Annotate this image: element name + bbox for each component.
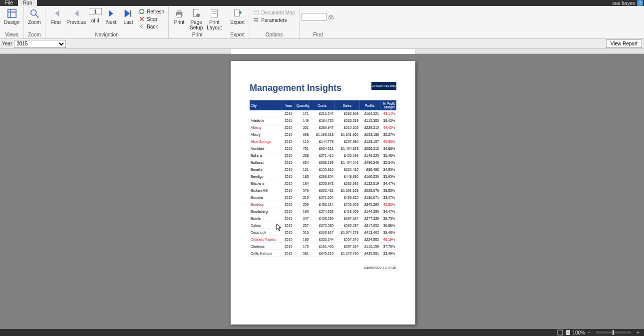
th-sales[interactable]: Sales <box>334 100 359 110</box>
stop-label: Stop <box>147 16 157 22</box>
cell-profits: £425,581 <box>359 250 380 257</box>
zoom-out-button[interactable]: − <box>586 330 592 336</box>
table-row[interactable]: Benalla2015121£155,916£236,410£80,49334.… <box>250 166 396 173</box>
print-button[interactable]: Print <box>171 7 188 31</box>
parameters-button[interactable]: Parameters <box>251 16 297 23</box>
table-row[interactable]: Albury2015698£1,198,618£1,851,806£653,18… <box>250 131 396 138</box>
page-of-label: of 4 <box>91 18 100 23</box>
th-margin[interactable]: % Profit Margin <box>380 100 396 110</box>
stop-button[interactable]: Stop <box>137 15 166 22</box>
cell-qty: 180 <box>295 173 310 180</box>
last-page-button[interactable]: Last <box>120 7 137 26</box>
binoculars-icon[interactable] <box>327 13 334 20</box>
table-row[interactable]: Charters Towers2015190£333,344£557,346£2… <box>250 236 396 243</box>
page-setup-label: Page Setup <box>190 19 203 30</box>
cell-margin: 34.47% <box>380 208 396 215</box>
cell-sales: £1,434,323 <box>334 145 359 152</box>
table-row[interactable]: Clarence2015170£191,465£307,624£116,1593… <box>250 243 396 250</box>
table-row[interactable]: Burnie2015347£420,296£697,624£277,32939.… <box>250 215 396 222</box>
cell-city: Cessnock <box>250 229 282 236</box>
refresh-button[interactable]: Refresh <box>137 8 166 15</box>
current-user: sue bayes <box>612 0 637 6</box>
title-bar: File Run sue bayes ? <box>0 0 644 6</box>
cell-margin: 43.14% <box>380 110 396 117</box>
table-row[interactable]: Bunbury2015259£408,214£753,609£345,39545… <box>250 201 396 208</box>
next-page-button[interactable]: Next <box>103 7 120 26</box>
table-row[interactable]: Ballarat2015238£271,415£420,639£149,2253… <box>250 152 396 159</box>
table-row[interactable]: Bendigo2015180£288,854£448,880£160,02635… <box>250 173 396 180</box>
back-button[interactable]: Back <box>137 23 166 30</box>
report-canvas[interactable]: ENTERPRISE DNA Management Insights City … <box>0 54 644 329</box>
table-row[interactable]: Coffs Harbour2015581£845,215£1,270,796£4… <box>250 250 396 257</box>
design-button[interactable]: Design <box>2 7 21 26</box>
table-row[interactable]: Broken Hill2015579£862,431£1,391,108£528… <box>250 187 396 194</box>
table-row[interactable]: Albany2015251£286,947£516,262£229,31544.… <box>250 124 396 131</box>
export-button[interactable]: Export <box>228 7 247 31</box>
previous-page-button[interactable]: Previous <box>64 7 88 26</box>
help-icon[interactable]: ? <box>637 0 643 6</box>
print-layout-button[interactable]: Print Layout <box>205 7 224 31</box>
table-row[interactable]: Adelaide2015149£184,735£300,039£115,3053… <box>250 117 396 124</box>
cell-sales: £267,886 <box>334 138 359 145</box>
cell-city: Broken Hill <box>250 187 282 194</box>
param-year-select[interactable]: 2015 <box>14 40 66 48</box>
table-row[interactable]: Brisbane2015184£250,973£382,992£132,0193… <box>250 180 396 187</box>
first-page-button[interactable]: First <box>47 7 64 26</box>
table-row[interactable]: Broome2015210£271,654£408,325£136,67133.… <box>250 194 396 201</box>
page-current-input[interactable] <box>89 8 102 15</box>
table-row[interactable]: Armidale2015701£934,013£1,434,323£500,31… <box>250 145 396 152</box>
find-box <box>302 7 334 21</box>
cell-profits: £80,493 <box>359 166 380 173</box>
cell-year: 2015 <box>282 236 295 243</box>
cell-costs: £271,415 <box>310 152 334 159</box>
table-row[interactable]: Cairns2015257£372,585£590,237£217,65236.… <box>250 222 396 229</box>
cell-profits: £149,225 <box>359 152 380 159</box>
zoom-slider[interactable] <box>596 332 631 334</box>
zoom-label: Zoom <box>28 19 41 25</box>
cell-sales: £408,325 <box>334 194 359 201</box>
page-view-icon[interactable] <box>565 330 571 336</box>
cell-profits: £115,305 <box>359 117 380 124</box>
th-quantity[interactable]: Quantity <box>295 100 310 110</box>
cell-qty: 516 <box>295 229 310 236</box>
parameters-label: Parameters <box>261 17 287 23</box>
find-input[interactable] <box>302 13 326 21</box>
page-setup-button[interactable]: Page Setup <box>188 7 205 31</box>
cell-margin: 37.76% <box>380 243 396 250</box>
table-row[interactable]: Cessnock2015516£660,917£1,074,379£413,46… <box>250 229 396 236</box>
cell-profits: £224,002 <box>359 236 380 243</box>
cell-year: 2015 <box>282 145 295 152</box>
th-costs[interactable]: Costs <box>310 100 334 110</box>
table-row[interactable]: Bundaberg2015196£274,303£418,609£144,306… <box>250 208 396 215</box>
cell-margin: 38.00% <box>380 187 396 194</box>
cell-city: Cairns <box>250 222 282 229</box>
zoom-slider-thumb[interactable] <box>613 330 614 335</box>
svg-point-1 <box>31 10 36 15</box>
cell-profits: £345,395 <box>359 201 380 208</box>
zoom-in-button[interactable]: + <box>635 330 641 336</box>
th-profits[interactable]: Profits <box>359 100 380 110</box>
layout-view-icon[interactable] <box>557 330 563 336</box>
table-row[interactable]: 2015171£216,547£380,868£164,32143.14% <box>250 110 396 117</box>
cell-margin: 33.49% <box>380 250 396 257</box>
view-report-button[interactable]: View Report <box>606 39 642 48</box>
cell-city: Broome <box>250 194 282 201</box>
cell-costs: £660,917 <box>310 229 334 236</box>
table-row[interactable]: Alice Springs2015115£144,779£267,886£123… <box>250 138 396 145</box>
table-row[interactable]: Bathurst2015634£908,193£1,404,541£496,34… <box>250 159 396 166</box>
design-icon <box>6 8 17 19</box>
zoom-button[interactable]: Zoom <box>26 7 43 26</box>
table-header-row: City Year Quantity Costs Sales Profits %… <box>250 100 396 110</box>
cell-costs: £216,547 <box>310 110 334 117</box>
th-city[interactable]: City <box>250 100 282 110</box>
tab-file[interactable]: File <box>0 0 18 6</box>
group-label-find: Find <box>302 31 334 38</box>
tab-run[interactable]: Run <box>18 0 37 6</box>
parameter-bar: Year 2015 View Report <box>0 39 644 49</box>
document-map-button[interactable]: Document Map <box>251 9 297 16</box>
svg-rect-16 <box>254 20 259 21</box>
th-year[interactable]: Year <box>282 100 295 110</box>
cell-profits: £164,321 <box>359 110 380 117</box>
print-label: Print <box>174 19 185 30</box>
refresh-label: Refresh <box>147 9 164 14</box>
